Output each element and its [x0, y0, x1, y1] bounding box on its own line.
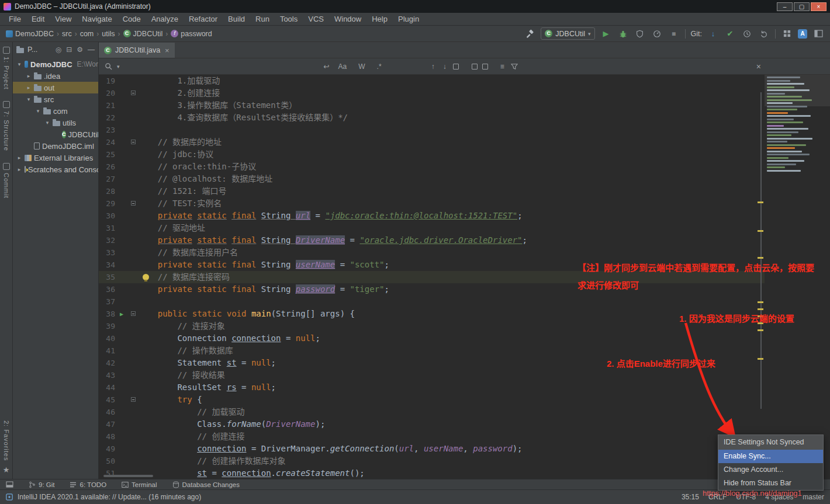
minimap-viewport[interactable]	[765, 75, 830, 106]
code-text[interactable]: Class.forName(DriverName);	[138, 418, 830, 430]
status-item-35-15[interactable]: 35:15	[682, 493, 699, 501]
gutter[interactable]: 51	[99, 467, 138, 479]
popup-item-enable-sync[interactable]: Enable Sync...	[718, 450, 823, 463]
tree-item-src[interactable]: ▾src	[13, 93, 98, 105]
status-message[interactable]: IntelliJ IDEA 2020.1 available: // Updat…	[18, 493, 201, 501]
popup-item-hide-from-status-bar[interactable]: Hide from Status Bar	[718, 477, 823, 490]
stop-button[interactable]: ■	[668, 28, 680, 40]
popup-item-change-account[interactable]: Change Account...	[718, 463, 823, 477]
code-text[interactable]: 3.操作数据库（Statement类）	[138, 99, 830, 112]
gutter[interactable]: 19	[99, 75, 138, 87]
gutter[interactable]: 21	[99, 99, 138, 112]
tree-item-com[interactable]: ▾com	[13, 105, 98, 117]
gutter[interactable]: 40	[99, 332, 138, 345]
vcs-change-mark[interactable]	[758, 329, 763, 331]
menu-vcs[interactable]: VCS	[303, 13, 329, 25]
code-text[interactable]: 1.加载驱动	[138, 75, 830, 87]
close-button[interactable]: ×	[811, 2, 826, 11]
gutter[interactable]: 46	[99, 406, 138, 418]
breadcrumb-item-src[interactable]: src	[62, 30, 72, 38]
code-text[interactable]: // 驱动地址	[138, 222, 830, 234]
gutter[interactable]: 38▶	[99, 308, 138, 320]
fold-icon[interactable]	[131, 311, 136, 316]
add-selection-icon[interactable]	[472, 64, 478, 69]
fold-icon[interactable]	[131, 397, 136, 402]
translate-plugin-icon[interactable]: A	[798, 29, 807, 39]
gutter[interactable]: 23	[99, 124, 138, 136]
toolwindow-switcher-icon[interactable]	[6, 481, 13, 488]
tree-item-out[interactable]: ▸out	[13, 82, 98, 93]
gutter[interactable]: 43	[99, 369, 138, 381]
tool-window-button-database-changes[interactable]: Database Changes	[172, 481, 240, 488]
run-button[interactable]: ▶	[600, 28, 612, 40]
breadcrumb-item-password[interactable]: fpassword	[171, 30, 212, 38]
next-occurrence-icon[interactable]: ↓	[441, 62, 448, 71]
tree-item-demojdbc[interactable]: ▾DemoJDBCE:\Wor	[13, 58, 98, 70]
tree-item-idea[interactable]: ▸.idea	[13, 70, 98, 82]
run-line-icon[interactable]: ▶	[120, 308, 123, 320]
gutter[interactable]: 49	[99, 443, 138, 455]
gear-icon[interactable]: ⚙	[77, 46, 83, 54]
gutter[interactable]: 37	[99, 296, 138, 308]
menu-build[interactable]: Build	[223, 13, 250, 25]
code-text[interactable]: // oracle:thin-子协议	[138, 161, 830, 173]
coverage-button[interactable]	[634, 28, 646, 40]
tool-strip-button-commit[interactable]: Commit	[3, 163, 10, 199]
tree-item-demojdbc-iml[interactable]: DemoJDBC.iml	[13, 140, 98, 152]
gutter[interactable]: 47	[99, 418, 138, 430]
gutter[interactable]: 35	[99, 271, 138, 283]
debug-button[interactable]	[617, 28, 629, 40]
code-text[interactable]: // 数据库的地址	[138, 136, 830, 148]
locate-icon[interactable]: ◎	[56, 46, 61, 54]
tree-arrow-icon[interactable]: ▸	[26, 85, 32, 91]
tool-strip-button-7-structure[interactable]: 7: Structure	[3, 101, 10, 151]
fold-icon[interactable]	[131, 201, 136, 206]
menu-plugin[interactable]: Plugin	[393, 13, 424, 25]
vcs-change-mark[interactable]	[758, 201, 763, 203]
gutter[interactable]: 32	[99, 234, 138, 246]
git-update-icon[interactable]: ↓	[707, 28, 719, 40]
gutter[interactable]: 41	[99, 345, 138, 357]
gutter[interactable]: 42	[99, 357, 138, 369]
vcs-change-mark[interactable]	[758, 358, 763, 360]
gutter[interactable]: 28	[99, 185, 138, 197]
status-item-master[interactable]: master	[803, 493, 824, 501]
fold-icon[interactable]	[131, 140, 136, 144]
previous-occurrence-icon[interactable]: ↑	[430, 62, 437, 71]
minimap[interactable]	[765, 75, 830, 479]
tree-arrow-icon[interactable]: ▸	[16, 155, 22, 161]
menu-navigate[interactable]: Navigate	[77, 13, 117, 25]
code-text[interactable]: private static final String DriverName =…	[138, 234, 830, 246]
tree-item-jdbcutil[interactable]: CJDBCUtil	[13, 128, 98, 140]
find-toggle-aa[interactable]: Aa	[336, 62, 350, 71]
code-text[interactable]	[138, 296, 830, 308]
tree-arrow-icon[interactable]: ▾	[35, 108, 41, 114]
menu-help[interactable]: Help	[366, 13, 393, 25]
find-toggle-w[interactable]: W	[356, 62, 367, 71]
gutter[interactable]: 20	[99, 87, 138, 99]
tree-arrow-icon[interactable]: ▾	[16, 61, 22, 67]
gutter[interactable]: 33	[99, 246, 138, 259]
gutter[interactable]: 44	[99, 381, 138, 394]
tree-item-utils[interactable]: ▾utils	[13, 117, 98, 128]
code-text[interactable]: // 接收结果	[138, 369, 830, 381]
code-text[interactable]	[138, 124, 830, 136]
build-hammer-icon[interactable]	[524, 28, 535, 40]
tree-item-scratches-and-consoles[interactable]: ▸Scratches and Consoles	[13, 164, 98, 175]
search-options-icon[interactable]: ≡	[499, 62, 506, 71]
menu-code[interactable]: Code	[117, 13, 146, 25]
rollback-undo-icon[interactable]	[758, 28, 770, 40]
tree-arrow-icon[interactable]: ▾	[26, 96, 32, 102]
menu-analyze[interactable]: Analyze	[146, 13, 184, 25]
tab-jdbcutil[interactable]: C JDBCUtil.java ×	[99, 43, 175, 58]
gutter[interactable]: 26	[99, 161, 138, 173]
gutter[interactable]: 48	[99, 430, 138, 443]
menu-view[interactable]: View	[50, 13, 77, 25]
project-panel-title[interactable]: P...	[27, 46, 37, 54]
tree-arrow-icon[interactable]: ▾	[44, 120, 50, 126]
tool-strip-button-1-project[interactable]: 1: Project	[3, 47, 10, 89]
code-text[interactable]: // @localhost: 数据库地址	[138, 173, 830, 185]
breadcrumb-item-jdbcutil[interactable]: CJDBCUtil	[123, 30, 163, 38]
tab-close-icon[interactable]: ×	[165, 46, 170, 55]
gutter[interactable]: 45	[99, 394, 138, 406]
